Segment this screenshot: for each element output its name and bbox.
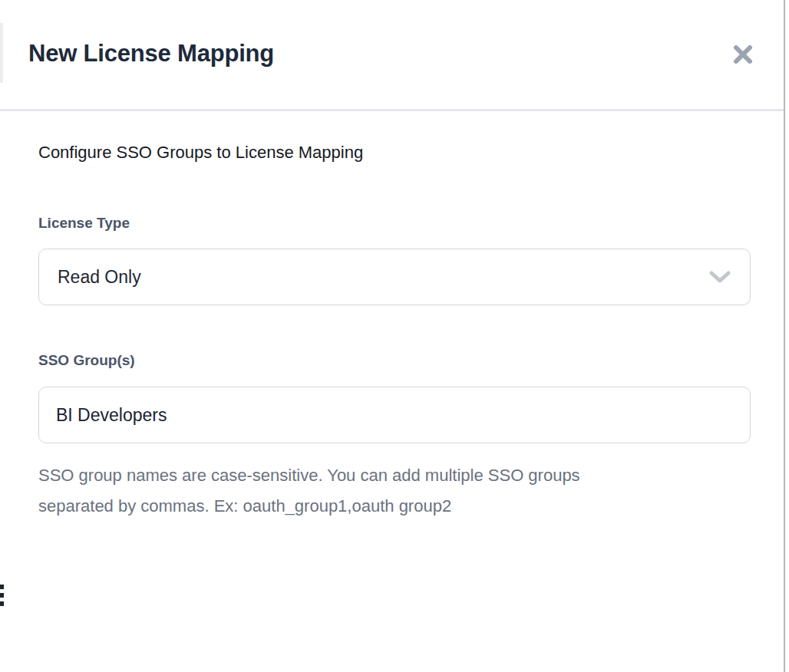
sso-groups-helper-text: SSO group names are case-sensitive. You …	[38, 460, 652, 522]
close-icon	[732, 44, 754, 65]
modal-title: New License Mapping	[28, 40, 274, 68]
hamburger-bar	[0, 593, 4, 598]
license-type-select[interactable]: Read Only	[38, 249, 751, 305]
left-edge-sliver	[0, 23, 3, 83]
sso-groups-input[interactable]	[38, 387, 751, 443]
hamburger-menu-icon	[0, 585, 4, 606]
chevron-down-icon	[708, 270, 731, 284]
license-type-label: License Type	[38, 215, 130, 232]
right-edge-line	[784, 0, 785, 672]
close-button[interactable]	[728, 40, 758, 69]
hamburger-bar	[0, 601, 4, 606]
modal-subtitle: Configure SSO Groups to License Mapping	[38, 143, 363, 163]
new-license-mapping-modal: New License Mapping Configure SSO Groups…	[0, 0, 789, 672]
modal-body: Configure SSO Groups to License Mapping …	[0, 111, 784, 672]
license-type-selected-value: Read Only	[58, 267, 141, 288]
hamburger-bar	[0, 585, 4, 589]
modal-header: New License Mapping	[0, 0, 784, 110]
sso-groups-label: SSO Group(s)	[38, 352, 135, 369]
